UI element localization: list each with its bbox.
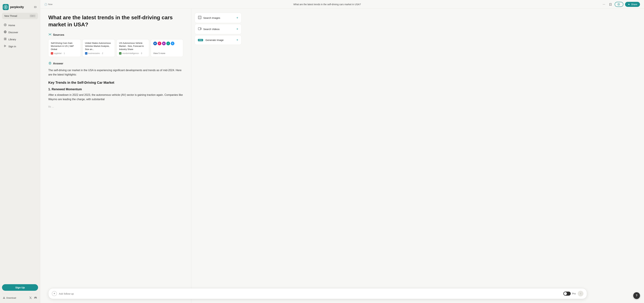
source-card-2[interactable]: United States Autonomous Vehicles Market…	[82, 39, 115, 57]
pro-badge: PRO	[198, 39, 203, 41]
source-meta-3: M mordorintelligence · 3	[119, 52, 146, 54]
sources-header: Sources	[48, 33, 183, 37]
generate-image-plus[interactable]: +	[236, 38, 238, 42]
svg-point-19	[50, 63, 50, 64]
mini-icon-w: W	[153, 42, 157, 45]
source-index-3: 3	[141, 52, 142, 54]
perplexity-logo-icon	[3, 4, 9, 10]
followup-input[interactable]	[59, 292, 561, 295]
toggle-thumb	[564, 292, 567, 295]
source-icons-row: W P M Z S	[153, 42, 174, 45]
logo-text: perplexity	[10, 5, 24, 9]
source-card-1[interactable]: Self-Driving Cars Gain Momentum in US | …	[48, 39, 81, 57]
source-title-2: United States Autonomous Vehicles Market…	[85, 42, 112, 51]
source-separator-2: ·	[100, 52, 101, 54]
svg-rect-21	[198, 16, 200, 17]
svg-point-17	[49, 35, 49, 36]
home-label: Home	[8, 24, 15, 27]
search-images-plus[interactable]: +	[236, 16, 238, 20]
sidebar-item-discover[interactable]: Discover	[2, 29, 38, 36]
submit-arrow-icon: ↑	[580, 292, 581, 295]
svg-rect-23	[198, 18, 200, 18]
main-area: 🕐 Now What are the latest trends in the …	[40, 0, 644, 303]
bookmark-button[interactable]	[608, 2, 613, 6]
sources-grid: Self-Driving Cars Gain Momentum in US | …	[48, 39, 183, 57]
sidebar-item-signin[interactable]: Sign in	[2, 43, 38, 50]
source-domain-1: spglobal	[54, 52, 62, 54]
svg-rect-22	[200, 16, 201, 17]
followup-container: + Pro ↑	[48, 288, 587, 299]
library-label: Library	[8, 38, 16, 41]
source-more-card[interactable]: W P M Z S View 5 more	[151, 39, 183, 57]
social-icons	[29, 296, 38, 300]
signup-button[interactable]: Sign Up	[2, 284, 38, 291]
mini-icon-m: M	[162, 42, 166, 45]
topbar-title: What are the latest trends in the self-d…	[52, 3, 602, 6]
search-images-item[interactable]: Search Images +	[195, 13, 242, 23]
source-separator-3: ·	[140, 52, 140, 54]
topbar-left: 🕐 Now	[44, 3, 52, 6]
signin-label: Sign in	[8, 45, 16, 48]
sources-label: Sources	[53, 33, 64, 36]
svg-point-18	[51, 35, 51, 36]
mini-icon-p: P	[158, 42, 161, 45]
sidebar-item-library[interactable]: Library	[2, 36, 38, 42]
sidebar-item-home[interactable]: Home	[2, 22, 38, 28]
followup-add-button[interactable]: +	[52, 291, 57, 296]
source-index-2: 2	[102, 52, 103, 54]
more-options-button[interactable]: ···	[602, 2, 606, 7]
download-button[interactable]: Download	[3, 296, 27, 299]
answer-h3-1: 1. Renewed Momentum	[48, 88, 183, 91]
search-videos-icon	[198, 27, 202, 31]
svg-rect-3	[34, 8, 36, 8]
generate-image-left: PRO Generate Image	[198, 38, 224, 42]
search-videos-plus[interactable]: +	[236, 27, 238, 31]
search-images-left: Search Images	[198, 16, 220, 20]
content-area: What are the latest trends in the self-d…	[40, 9, 644, 303]
answer-body-2: its ...	[48, 104, 183, 109]
share-label: Share	[631, 3, 637, 6]
new-thread-button[interactable]: New Thread Ctrl I	[2, 13, 38, 19]
twitter-icon[interactable]	[29, 296, 32, 300]
topbar: 🕐 Now What are the latest trends in the …	[40, 0, 644, 9]
source-number-1: ·	[62, 52, 63, 54]
followup-submit-button[interactable]: ↑	[578, 291, 584, 296]
topbar-timestamp: Now	[48, 3, 52, 6]
logo-area: perplexity	[2, 3, 38, 13]
pro-toggle-label: Pro	[572, 292, 576, 295]
svg-rect-25	[198, 28, 200, 30]
home-icon	[4, 23, 7, 27]
download-icon	[3, 296, 5, 299]
source-domain-2: businesswire	[88, 52, 100, 54]
discord-icon[interactable]	[34, 296, 38, 300]
generate-image-label: Generate Image	[206, 38, 224, 42]
search-images-label: Search Images	[203, 16, 220, 19]
sidebar-collapse-button[interactable]	[33, 5, 38, 9]
share-button[interactable]: Share	[625, 2, 640, 7]
svg-rect-24	[200, 18, 201, 18]
pro-view-button[interactable]	[615, 2, 623, 7]
pro-toggle[interactable]	[563, 292, 571, 296]
answer-h2: Key Trends in the Self-Driving Car Marke…	[48, 81, 183, 84]
source-card-3[interactable]: US Autonomous Vehicle Market - Size, For…	[116, 39, 149, 57]
answer-header: Answer	[48, 62, 183, 66]
discover-label: Discover	[8, 31, 18, 34]
help-label: ?	[636, 294, 638, 297]
source-meta-2: bw businesswire · 2	[85, 52, 112, 54]
svg-rect-2	[34, 7, 36, 7]
discover-icon	[4, 30, 7, 34]
topbar-actions: ··· Share	[602, 2, 640, 7]
sources-icon	[48, 33, 52, 37]
followup-bar: + Pro ↑	[48, 288, 587, 299]
search-videos-item[interactable]: Search Videos +	[195, 24, 242, 34]
svg-point-16	[51, 34, 51, 34]
help-button[interactable]: ?	[633, 292, 640, 299]
svg-point-11	[36, 298, 36, 298]
svg-point-15	[49, 34, 49, 34]
svg-point-5	[5, 24, 6, 25]
new-thread-shortcut: Ctrl I	[30, 14, 36, 18]
clock-icon: 🕐	[44, 3, 47, 6]
answer-intro: The self-driving car market in the USA i…	[48, 68, 183, 77]
generate-image-item[interactable]: PRO Generate Image +	[195, 35, 242, 45]
main-content: What are the latest trends in the self-d…	[40, 9, 191, 303]
